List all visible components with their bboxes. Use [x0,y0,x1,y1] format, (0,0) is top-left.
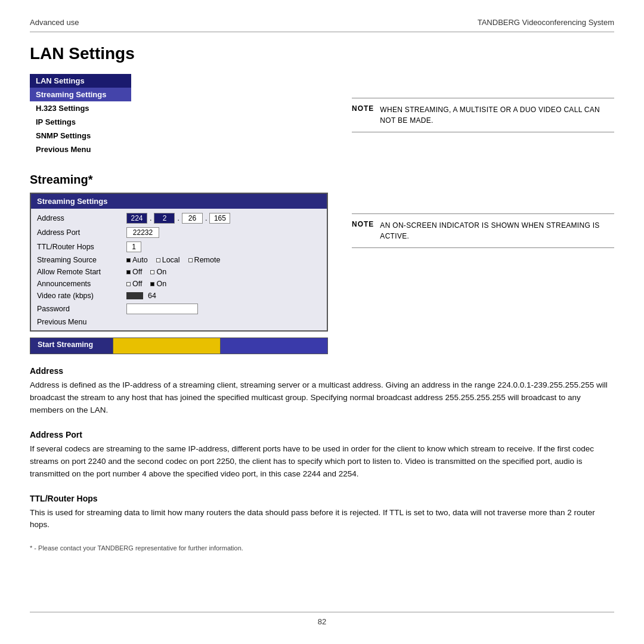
streaming-source-local[interactable]: Local [156,256,180,264]
note-1: NOTE WHEN STREAMING, A MULTISITE OR A DU… [352,98,614,132]
note-1-label: NOTE [352,104,374,113]
note-1-text: WHEN STREAMING, A MULTISITE OR A DUO VID… [380,104,614,126]
ttl-row: TTL/Router Hops 1 [31,240,327,254]
password-label: Password [37,305,126,313]
settings-body: Address 224 . 2 . 26 . 165 Add [31,209,327,330]
previous-menu-label: Previous Menu [37,318,126,326]
body-sections: Address Address is defined as the IP-add… [30,366,614,552]
allow-remote-start-label: Allow Remote Start [37,268,126,276]
ttl-section-text: This is used for streaming data to limit… [30,507,614,532]
allow-remote-options: Off On [126,268,172,276]
nav-item-streaming-settings[interactable]: Streaming Settings [30,88,131,101]
radio-off-label: Off [132,268,142,276]
announcements-off[interactable]: Off [126,280,142,288]
note-2-text: AN ON-SCREEN INDICATOR IS SHOWN WHEN STR… [380,220,614,242]
address-port-section-heading: Address Port [30,430,614,439]
address-section: Address Address is defined as the IP-add… [30,366,614,417]
address-label: Address [37,214,126,222]
announcements-label: Announcements [37,280,126,288]
password-value [126,304,198,314]
nav-item-lan-settings[interactable]: LAN Settings [30,74,131,88]
allow-remote-off[interactable]: Off [126,268,142,276]
address-octet-1[interactable]: 224 [126,213,147,224]
nav-item-h323-settings[interactable]: H.323 Settings [30,101,131,115]
footnote: * - Please contact your TANDBERG represe… [30,544,614,552]
address-section-text: Address is defined as the IP-address of … [30,379,614,417]
video-rate-label: Video rate (kbps) [37,292,126,300]
radio-on-label: On [156,268,166,276]
address-section-heading: Address [30,366,614,376]
radio-local-label: Local [162,256,180,264]
previous-menu-row[interactable]: Previous Menu [31,316,327,328]
announcements-row: Announcements Off On [31,278,327,290]
radio-ann-off-dot [126,282,131,286]
video-rate-number: 64 [148,292,156,300]
address-port-field[interactable]: 22232 [126,227,159,238]
streaming-bar: Start Streaming [30,338,328,354]
radio-off-dot [126,270,131,274]
header-left: Advanced use [30,18,79,27]
allow-remote-on[interactable]: On [150,268,166,276]
radio-remote-dot [188,258,193,262]
video-rate-row: Video rate (kbps) 64 [31,290,327,302]
radio-local-dot [156,258,160,262]
password-row: Password [31,302,327,316]
radio-ann-on-dot [150,282,154,286]
address-port-label: Address Port [37,228,126,237]
nav-item-snmp-settings[interactable]: SNMP Settings [30,129,131,143]
address-port-value: 22232 [126,227,159,238]
radio-ann-on-label: On [156,280,166,288]
video-rate-value: 64 [126,292,156,300]
ttl-section-heading: TTL/Router Hops [30,494,614,503]
page-number: 82 [318,617,326,626]
start-streaming-button[interactable]: Start Streaming [30,338,113,354]
streaming-settings-header: Streaming Settings [31,194,327,209]
announcements-on[interactable]: On [150,280,166,288]
right-column: NOTE WHEN STREAMING, A MULTISITE OR A DU… [352,74,614,354]
page-footer: 82 [30,612,614,626]
radio-auto-dot [126,258,131,262]
address-octet-3[interactable]: 26 [182,213,203,224]
video-rate-bar [126,292,143,299]
ttl-field[interactable]: 1 [126,242,141,252]
address-octet-4[interactable]: 165 [209,213,230,224]
streaming-bar-blue [221,338,328,354]
note-2-label: NOTE [352,220,374,228]
streaming-source-row: Streaming Source Auto Local [31,254,327,266]
address-port-section: Address Port If several codecs are strea… [30,430,614,481]
nav-menu: LAN Settings Streaming Settings H.323 Se… [30,74,131,156]
streaming-source-auto[interactable]: Auto [126,256,148,264]
streaming-source-remote[interactable]: Remote [188,256,221,264]
password-field[interactable] [126,304,198,314]
ttl-section: TTL/Router Hops This is used for streami… [30,494,614,532]
allow-remote-start-row: Allow Remote Start Off On [31,266,327,278]
address-octet-2[interactable]: 2 [154,213,175,224]
page-title: LAN Settings [30,44,614,63]
address-value: 224 . 2 . 26 . 165 [126,213,230,224]
header-center: TANDBERG Videoconferencing System [478,18,614,27]
address-port-section-text: If several codecs are streaming to the s… [30,443,614,481]
streaming-source-options: Auto Local Remote [126,256,226,264]
streaming-source-label: Streaming Source [37,256,126,264]
ttl-label: TTL/Router Hops [37,243,126,251]
radio-auto-label: Auto [132,256,148,264]
announcements-options: Off On [126,280,172,288]
left-column: LAN Settings Streaming Settings H.323 Se… [30,74,328,354]
radio-on-dot [150,270,154,274]
nav-item-previous-menu[interactable]: Previous Menu [30,143,131,156]
nav-item-ip-settings[interactable]: IP Settings [30,115,131,129]
radio-remote-label: Remote [194,256,221,264]
radio-ann-off-label: Off [132,280,142,288]
page-header: Advanced use TANDBERG Videoconferencing … [30,18,614,32]
streaming-bar-yellow [113,338,221,354]
streaming-settings-panel: Streaming Settings Address 224 . 2 . 26 … [30,193,328,332]
note-2: NOTE AN ON-SCREEN INDICATOR IS SHOWN WHE… [352,213,614,248]
address-row: Address 224 . 2 . 26 . 165 [31,211,327,225]
address-port-row: Address Port 22232 [31,225,327,240]
streaming-heading: Streaming* [30,173,328,187]
ttl-value: 1 [126,242,141,252]
